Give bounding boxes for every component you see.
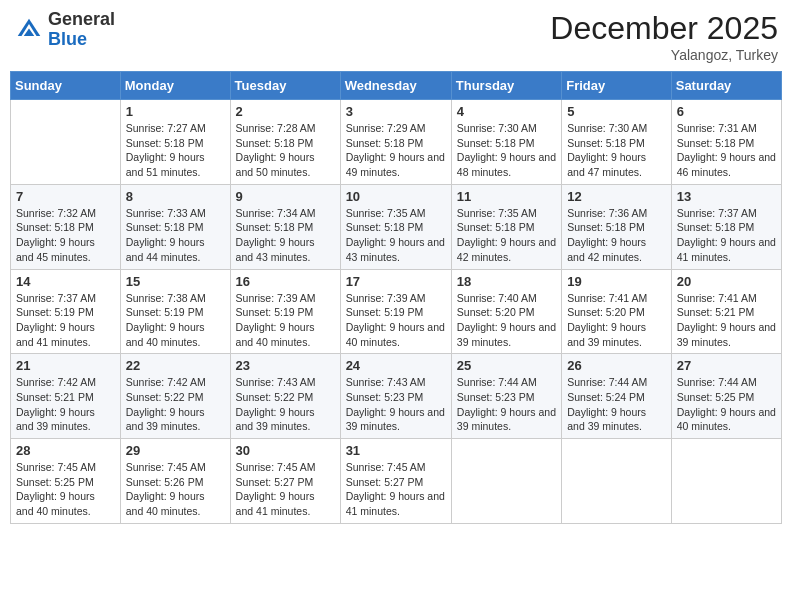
day-number: 5 bbox=[567, 104, 666, 119]
day-info: Sunrise: 7:40 AMSunset: 5:20 PMDaylight:… bbox=[457, 291, 556, 350]
weekday-header: Saturday bbox=[671, 72, 781, 100]
calendar-cell: 1Sunrise: 7:27 AMSunset: 5:18 PMDaylight… bbox=[120, 100, 230, 185]
month-year: December 2025 bbox=[550, 10, 778, 47]
day-info: Sunrise: 7:43 AMSunset: 5:23 PMDaylight:… bbox=[346, 375, 446, 434]
day-info: Sunrise: 7:28 AMSunset: 5:18 PMDaylight:… bbox=[236, 121, 335, 180]
calendar-cell: 29Sunrise: 7:45 AMSunset: 5:26 PMDayligh… bbox=[120, 439, 230, 524]
day-info: Sunrise: 7:39 AMSunset: 5:19 PMDaylight:… bbox=[236, 291, 335, 350]
calendar-cell: 2Sunrise: 7:28 AMSunset: 5:18 PMDaylight… bbox=[230, 100, 340, 185]
calendar-week-row: 14Sunrise: 7:37 AMSunset: 5:19 PMDayligh… bbox=[11, 269, 782, 354]
calendar-cell: 20Sunrise: 7:41 AMSunset: 5:21 PMDayligh… bbox=[671, 269, 781, 354]
day-info: Sunrise: 7:44 AMSunset: 5:24 PMDaylight:… bbox=[567, 375, 666, 434]
weekday-header-row: SundayMondayTuesdayWednesdayThursdayFrid… bbox=[11, 72, 782, 100]
calendar-cell: 26Sunrise: 7:44 AMSunset: 5:24 PMDayligh… bbox=[562, 354, 672, 439]
day-number: 9 bbox=[236, 189, 335, 204]
day-number: 18 bbox=[457, 274, 556, 289]
calendar-table: SundayMondayTuesdayWednesdayThursdayFrid… bbox=[10, 71, 782, 524]
weekday-header: Wednesday bbox=[340, 72, 451, 100]
day-info: Sunrise: 7:38 AMSunset: 5:19 PMDaylight:… bbox=[126, 291, 225, 350]
day-number: 3 bbox=[346, 104, 446, 119]
calendar-cell: 30Sunrise: 7:45 AMSunset: 5:27 PMDayligh… bbox=[230, 439, 340, 524]
calendar-cell: 23Sunrise: 7:43 AMSunset: 5:22 PMDayligh… bbox=[230, 354, 340, 439]
logo-blue: Blue bbox=[48, 29, 87, 49]
day-number: 21 bbox=[16, 358, 115, 373]
day-number: 4 bbox=[457, 104, 556, 119]
day-info: Sunrise: 7:42 AMSunset: 5:21 PMDaylight:… bbox=[16, 375, 115, 434]
day-info: Sunrise: 7:33 AMSunset: 5:18 PMDaylight:… bbox=[126, 206, 225, 265]
logo-text: General Blue bbox=[48, 10, 115, 50]
day-number: 31 bbox=[346, 443, 446, 458]
weekday-header: Thursday bbox=[451, 72, 561, 100]
calendar-cell: 8Sunrise: 7:33 AMSunset: 5:18 PMDaylight… bbox=[120, 184, 230, 269]
calendar-cell: 4Sunrise: 7:30 AMSunset: 5:18 PMDaylight… bbox=[451, 100, 561, 185]
calendar-cell: 22Sunrise: 7:42 AMSunset: 5:22 PMDayligh… bbox=[120, 354, 230, 439]
weekday-header: Friday bbox=[562, 72, 672, 100]
day-number: 10 bbox=[346, 189, 446, 204]
calendar-cell: 10Sunrise: 7:35 AMSunset: 5:18 PMDayligh… bbox=[340, 184, 451, 269]
calendar-cell bbox=[562, 439, 672, 524]
day-info: Sunrise: 7:27 AMSunset: 5:18 PMDaylight:… bbox=[126, 121, 225, 180]
calendar-cell: 24Sunrise: 7:43 AMSunset: 5:23 PMDayligh… bbox=[340, 354, 451, 439]
weekday-header: Tuesday bbox=[230, 72, 340, 100]
day-info: Sunrise: 7:41 AMSunset: 5:20 PMDaylight:… bbox=[567, 291, 666, 350]
calendar-cell: 21Sunrise: 7:42 AMSunset: 5:21 PMDayligh… bbox=[11, 354, 121, 439]
day-info: Sunrise: 7:37 AMSunset: 5:18 PMDaylight:… bbox=[677, 206, 776, 265]
day-number: 19 bbox=[567, 274, 666, 289]
day-number: 23 bbox=[236, 358, 335, 373]
calendar-cell: 3Sunrise: 7:29 AMSunset: 5:18 PMDaylight… bbox=[340, 100, 451, 185]
day-info: Sunrise: 7:45 AMSunset: 5:25 PMDaylight:… bbox=[16, 460, 115, 519]
calendar-cell: 6Sunrise: 7:31 AMSunset: 5:18 PMDaylight… bbox=[671, 100, 781, 185]
calendar-week-row: 7Sunrise: 7:32 AMSunset: 5:18 PMDaylight… bbox=[11, 184, 782, 269]
day-number: 28 bbox=[16, 443, 115, 458]
day-number: 2 bbox=[236, 104, 335, 119]
day-number: 12 bbox=[567, 189, 666, 204]
day-info: Sunrise: 7:37 AMSunset: 5:19 PMDaylight:… bbox=[16, 291, 115, 350]
calendar-cell: 9Sunrise: 7:34 AMSunset: 5:18 PMDaylight… bbox=[230, 184, 340, 269]
day-info: Sunrise: 7:44 AMSunset: 5:23 PMDaylight:… bbox=[457, 375, 556, 434]
day-number: 14 bbox=[16, 274, 115, 289]
calendar-cell: 17Sunrise: 7:39 AMSunset: 5:19 PMDayligh… bbox=[340, 269, 451, 354]
calendar-week-row: 21Sunrise: 7:42 AMSunset: 5:21 PMDayligh… bbox=[11, 354, 782, 439]
day-info: Sunrise: 7:45 AMSunset: 5:27 PMDaylight:… bbox=[346, 460, 446, 519]
calendar-cell bbox=[11, 100, 121, 185]
calendar-cell: 19Sunrise: 7:41 AMSunset: 5:20 PMDayligh… bbox=[562, 269, 672, 354]
calendar-cell: 13Sunrise: 7:37 AMSunset: 5:18 PMDayligh… bbox=[671, 184, 781, 269]
day-info: Sunrise: 7:39 AMSunset: 5:19 PMDaylight:… bbox=[346, 291, 446, 350]
calendar-cell: 11Sunrise: 7:35 AMSunset: 5:18 PMDayligh… bbox=[451, 184, 561, 269]
day-info: Sunrise: 7:36 AMSunset: 5:18 PMDaylight:… bbox=[567, 206, 666, 265]
day-info: Sunrise: 7:45 AMSunset: 5:26 PMDaylight:… bbox=[126, 460, 225, 519]
title-block: December 2025 Yalangoz, Turkey bbox=[550, 10, 778, 63]
day-number: 29 bbox=[126, 443, 225, 458]
day-info: Sunrise: 7:31 AMSunset: 5:18 PMDaylight:… bbox=[677, 121, 776, 180]
day-number: 24 bbox=[346, 358, 446, 373]
day-info: Sunrise: 7:30 AMSunset: 5:18 PMDaylight:… bbox=[567, 121, 666, 180]
weekday-header: Monday bbox=[120, 72, 230, 100]
day-number: 22 bbox=[126, 358, 225, 373]
day-number: 7 bbox=[16, 189, 115, 204]
day-number: 16 bbox=[236, 274, 335, 289]
day-number: 11 bbox=[457, 189, 556, 204]
day-info: Sunrise: 7:35 AMSunset: 5:18 PMDaylight:… bbox=[346, 206, 446, 265]
day-number: 6 bbox=[677, 104, 776, 119]
location: Yalangoz, Turkey bbox=[550, 47, 778, 63]
day-number: 17 bbox=[346, 274, 446, 289]
day-info: Sunrise: 7:30 AMSunset: 5:18 PMDaylight:… bbox=[457, 121, 556, 180]
day-info: Sunrise: 7:45 AMSunset: 5:27 PMDaylight:… bbox=[236, 460, 335, 519]
calendar-cell: 5Sunrise: 7:30 AMSunset: 5:18 PMDaylight… bbox=[562, 100, 672, 185]
calendar-cell bbox=[451, 439, 561, 524]
day-info: Sunrise: 7:32 AMSunset: 5:18 PMDaylight:… bbox=[16, 206, 115, 265]
calendar-cell: 15Sunrise: 7:38 AMSunset: 5:19 PMDayligh… bbox=[120, 269, 230, 354]
weekday-header: Sunday bbox=[11, 72, 121, 100]
day-number: 26 bbox=[567, 358, 666, 373]
calendar-cell bbox=[671, 439, 781, 524]
day-number: 15 bbox=[126, 274, 225, 289]
logo-icon bbox=[14, 15, 44, 45]
day-number: 20 bbox=[677, 274, 776, 289]
calendar-week-row: 28Sunrise: 7:45 AMSunset: 5:25 PMDayligh… bbox=[11, 439, 782, 524]
day-number: 8 bbox=[126, 189, 225, 204]
day-info: Sunrise: 7:42 AMSunset: 5:22 PMDaylight:… bbox=[126, 375, 225, 434]
calendar-cell: 31Sunrise: 7:45 AMSunset: 5:27 PMDayligh… bbox=[340, 439, 451, 524]
day-info: Sunrise: 7:29 AMSunset: 5:18 PMDaylight:… bbox=[346, 121, 446, 180]
day-number: 27 bbox=[677, 358, 776, 373]
day-info: Sunrise: 7:44 AMSunset: 5:25 PMDaylight:… bbox=[677, 375, 776, 434]
